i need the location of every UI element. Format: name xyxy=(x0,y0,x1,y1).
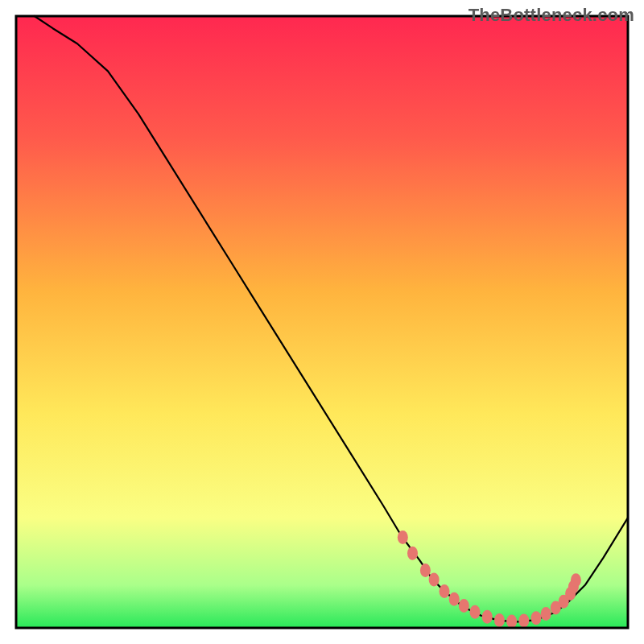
curve-marker xyxy=(420,564,431,577)
bottleneck-chart: TheBottleneck.com xyxy=(0,0,644,644)
curve-marker xyxy=(459,599,469,613)
curve-marker xyxy=(571,573,581,587)
curve-marker xyxy=(541,607,551,621)
curve-marker xyxy=(506,615,517,629)
curve-marker xyxy=(449,592,460,606)
curve-marker xyxy=(398,530,408,544)
curve-marker xyxy=(429,573,440,587)
plot-background xyxy=(16,16,628,628)
curve-marker xyxy=(482,610,493,624)
curve-marker xyxy=(407,547,418,560)
chart-canvas xyxy=(0,0,644,644)
curve-marker xyxy=(518,613,529,627)
curve-marker xyxy=(494,613,505,627)
curve-marker xyxy=(440,584,450,598)
curve-marker xyxy=(470,605,481,619)
watermark-label: TheBottleneck.com xyxy=(469,5,634,26)
curve-marker xyxy=(531,611,542,625)
